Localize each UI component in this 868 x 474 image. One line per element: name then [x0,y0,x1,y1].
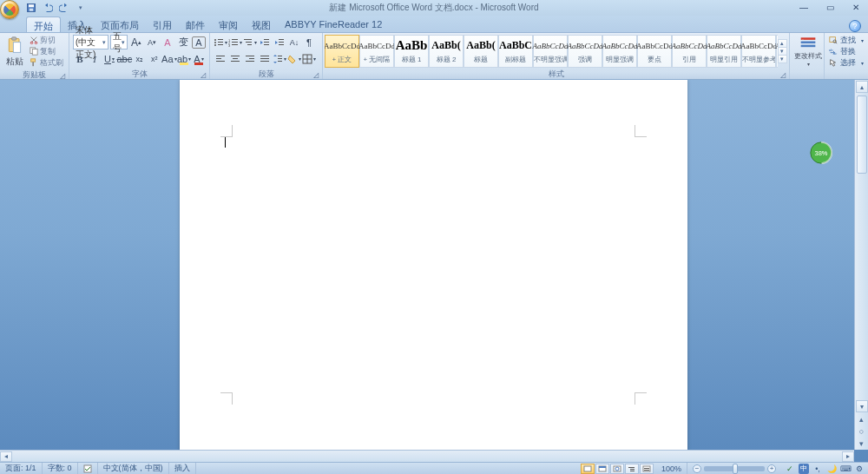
char-border-button[interactable]: A [192,36,206,49]
tab-5[interactable]: 审阅 [212,16,245,32]
zoom-track[interactable] [704,466,765,471]
battery-widget-icon[interactable]: 38% [809,141,833,165]
styles-gallery-expand[interactable]: ▴ ▾ ▾ [778,39,787,63]
view-draft[interactable] [640,464,654,474]
superscript-button[interactable]: x² [148,52,161,66]
tab-3[interactable]: 引用 [146,16,179,32]
font-color-button[interactable]: A▾ [192,52,206,66]
style-card-1[interactable]: AaBbCcDd+ 无间隔 [359,35,394,68]
status-language[interactable]: 中文(简体，中国) [98,463,169,474]
font-size-combo[interactable]: 五号▾ [110,35,128,49]
style-card-10[interactable]: AaBbCcDd引用 [672,35,707,68]
browse-object-button[interactable]: ○ [856,425,868,438]
increase-indent-button[interactable] [273,36,286,49]
highlight-button[interactable]: ab▾ [177,52,191,66]
style-card-2[interactable]: AaBb标题 1 [394,35,429,68]
styles-row-down[interactable]: ▾ [779,48,786,56]
styles-more[interactable]: ▾ [779,56,786,63]
ime-settings-icon[interactable]: ⚙ [854,464,865,474]
styles-dialog-launcher[interactable]: ◿ [779,70,787,79]
styles-row-up[interactable]: ▴ [779,40,786,48]
office-button[interactable] [0,0,19,19]
show-marks-button[interactable]: ¶ [302,36,316,49]
ime-shape-icon[interactable]: 🌙 [826,464,837,474]
zoom-in-button[interactable]: + [767,464,776,473]
select-button[interactable]: 选择▾ [827,57,865,68]
tab-6[interactable]: 视图 [245,16,278,32]
zoom-out-button[interactable]: − [693,464,701,473]
replace-button[interactable]: abac替换 [827,46,865,56]
view-web-layout[interactable] [610,464,624,474]
style-card-7[interactable]: AaBbCcDd强调 [568,35,602,68]
line-spacing-button[interactable]: ▾ [273,52,286,66]
sort-button[interactable]: A↓ [287,36,301,49]
view-outline[interactable] [625,464,639,474]
prev-page-button[interactable]: ▴ [856,413,868,425]
save-icon[interactable] [24,1,38,15]
bold-button[interactable]: B [73,52,87,66]
justify-button[interactable] [258,52,272,66]
ime-icon[interactable]: ✓ [785,464,795,474]
scroll-up-button[interactable]: ▴ [856,81,868,93]
tab-4[interactable]: 邮件 [179,16,212,32]
phonetic-guide-button[interactable]: 变 [176,36,190,49]
zoom-level[interactable]: 100% [656,463,687,474]
font-dialog-launcher[interactable]: ◿ [199,70,207,79]
style-card-9[interactable]: AaBbCcDd要点 [637,35,672,68]
style-card-0[interactable]: AaBbCcDd+ 正文 [325,35,359,68]
horizontal-scrollbar[interactable]: ◂ ▸ [0,450,854,462]
style-card-3[interactable]: AaBb(标题 2 [429,35,464,68]
find-button[interactable]: 查找▾ [827,35,865,45]
close-button[interactable]: ✕ [845,2,866,12]
subscript-button[interactable]: x₂ [133,52,147,66]
undo-icon[interactable] [41,1,55,15]
ime-softkbd-icon[interactable]: ⌨ [840,464,851,474]
align-left-button[interactable] [214,52,227,66]
view-full-screen[interactable] [595,464,609,474]
strikethrough-button[interactable]: abc [117,52,132,66]
ime-punct-icon[interactable]: •, [812,464,823,474]
decrease-indent-button[interactable] [258,36,272,49]
zoom-thumb[interactable] [733,464,738,474]
maximize-button[interactable]: ▭ [819,2,840,12]
view-print-layout[interactable] [581,464,595,474]
style-card-12[interactable]: AaBbCcDd不明显参考 [741,35,776,68]
paste-button[interactable]: 粘贴 [3,35,26,68]
redo-icon[interactable] [57,1,71,15]
tab-0[interactable]: 开始 [26,16,61,32]
copy-button[interactable]: 复制 [28,46,65,56]
style-card-4[interactable]: AaBb(标题 [464,35,498,68]
status-proofing[interactable] [78,463,98,474]
ime-mode-icon[interactable]: 中 [799,464,809,474]
numbering-button[interactable]: 123▾ [228,36,242,49]
change-case-button[interactable]: Aa▾ [162,52,176,66]
qat-customize-icon[interactable]: ▾ [74,1,88,15]
paragraph-dialog-launcher[interactable]: ◿ [312,70,320,79]
grow-font-button[interactable]: A▴ [129,36,143,49]
minimize-button[interactable]: — [793,2,814,12]
vscroll-thumb[interactable] [857,95,867,174]
cut-button[interactable]: 剪切 [28,35,65,45]
align-right-button[interactable] [243,52,257,66]
change-styles-button[interactable]: A 更改样式 ▾ [793,35,823,68]
style-card-5[interactable]: AaBbC副标题 [498,35,533,68]
italic-button[interactable]: I [88,52,102,66]
multilevel-list-button[interactable]: ▾ [243,36,257,49]
scroll-down-button[interactable]: ▾ [856,400,868,412]
tab-7[interactable]: ABBYY FineReader 12 [278,16,389,32]
help-icon[interactable]: ? [849,20,861,32]
font-family-combo[interactable]: 宋体 (中文正文)▾ [73,35,108,49]
scroll-left-button[interactable]: ◂ [0,451,12,462]
vertical-scrollbar[interactable]: ▴ ▾ ▴ ○ ▾ [854,80,868,450]
status-word-count[interactable]: 字数: 0 [43,463,78,474]
scroll-right-button[interactable]: ▸ [842,451,854,462]
format-painter-button[interactable]: 格式刷 [28,57,65,68]
clear-format-button[interactable]: A [161,36,174,49]
style-card-6[interactable]: AaBbCcDd不明显强调 [533,35,568,68]
align-center-button[interactable] [228,52,242,66]
status-page[interactable]: 页面: 1/1 [0,463,43,474]
style-card-11[interactable]: AaBbCcDd明显引用 [707,35,741,68]
shrink-font-button[interactable]: A▾ [145,36,159,49]
bullets-button[interactable]: ▾ [214,36,227,49]
styles-gallery[interactable]: AaBbCcDd+ 正文AaBbCcDd+ 无间隔AaBb标题 1AaBb(标题… [325,35,778,68]
